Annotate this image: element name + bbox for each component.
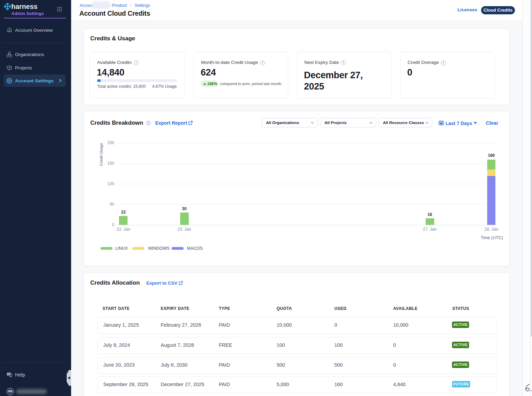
svg-text:?: ? <box>8 373 10 375</box>
